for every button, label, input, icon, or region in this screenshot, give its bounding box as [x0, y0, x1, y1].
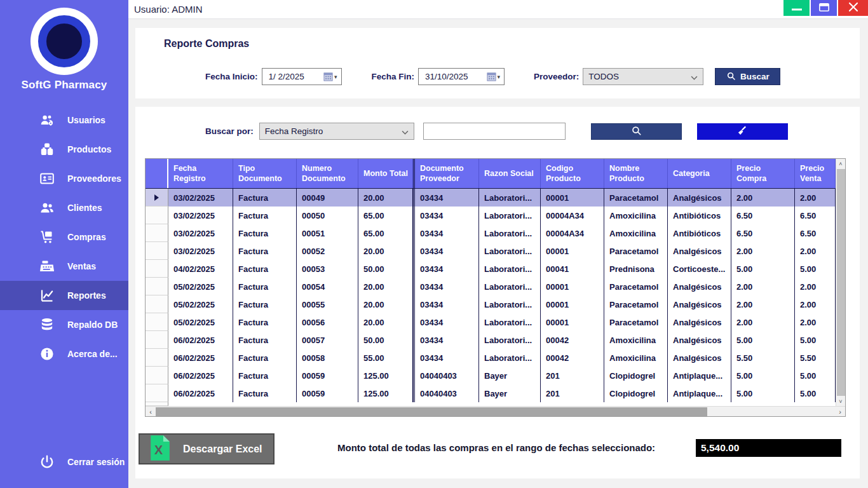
table-cell[interactable]: 2.00 [731, 242, 795, 260]
table-cell[interactable]: Clopidogrel [604, 384, 668, 402]
table-cell[interactable]: Factura [233, 295, 297, 313]
table-cell[interactable]: 00004A34 [541, 207, 604, 224]
table-cell[interactable]: 03/02/2025 [168, 207, 233, 224]
table-cell[interactable]: 00049 [297, 189, 358, 207]
table-cell[interactable]: 00059 [297, 384, 358, 402]
search-button[interactable] [591, 123, 682, 140]
table-cell[interactable]: Laboratori... [479, 278, 541, 295]
table-cell[interactable]: Factura [233, 260, 297, 278]
table-cell[interactable]: 2.00 [731, 295, 795, 313]
table-cell[interactable]: 6.50 [731, 224, 795, 242]
table-cell[interactable]: 20.00 [358, 295, 413, 313]
table-cell[interactable]: Amoxicilina [604, 224, 668, 242]
row-selector[interactable] [146, 242, 168, 260]
table-cell[interactable]: Bayer [479, 367, 541, 384]
sidebar-item-reportes[interactable]: Reportes [0, 281, 128, 310]
table-cell[interactable]: 2.00 [731, 278, 795, 295]
table-row[interactable]: 03/02/2025Factura0005065.0003434Laborato… [146, 207, 836, 224]
table-cell[interactable]: Factura [233, 349, 297, 367]
horizontal-scroll-thumb[interactable] [156, 407, 707, 416]
table-cell[interactable]: Antibióticos [668, 207, 731, 224]
table-cell[interactable]: Antibióticos [668, 224, 731, 242]
table-cell[interactable]: 00042 [541, 349, 604, 367]
column-header[interactable]: Precio Compra [731, 159, 795, 188]
table-cell[interactable]: 55.00 [358, 349, 413, 367]
buscar-por-select[interactable]: Fecha Registro [259, 123, 414, 140]
table-cell[interactable]: 03434 [413, 278, 479, 295]
table-cell[interactable]: 06/02/2025 [168, 349, 233, 367]
table-row[interactable]: 05/02/2025Factura0005620.0003434Laborato… [146, 313, 836, 331]
close-button[interactable] [838, 0, 868, 16]
table-cell[interactable]: Laboratori... [479, 207, 541, 224]
sidebar-item-productos[interactable]: Productos [0, 135, 128, 164]
row-selector[interactable] [146, 349, 168, 367]
table-cell[interactable]: 5.00 [731, 367, 795, 384]
table-cell[interactable]: Amoxicilina [604, 349, 668, 367]
table-cell[interactable]: 00053 [297, 260, 358, 278]
table-cell[interactable]: 04040403 [413, 384, 479, 402]
table-cell[interactable]: 03434 [413, 260, 479, 278]
buscar-button[interactable]: Buscar [715, 68, 780, 85]
table-cell[interactable]: Laboratori... [479, 260, 541, 278]
scroll-up-icon[interactable]: ˄ [836, 159, 846, 168]
table-cell[interactable]: 50.00 [358, 260, 413, 278]
table-cell[interactable]: 5.50 [795, 349, 836, 367]
table-cell[interactable]: 125.00 [358, 367, 413, 384]
table-row[interactable]: 03/02/2025Factura0005165.0003434Laborato… [146, 224, 836, 242]
table-cell[interactable]: 5.00 [795, 367, 836, 384]
table-cell[interactable]: 2.00 [795, 295, 836, 313]
table-cell[interactable]: 5.00 [795, 260, 836, 278]
table-cell[interactable]: Factura [233, 384, 297, 402]
row-selector[interactable] [146, 295, 168, 313]
table-cell[interactable]: Antiplaque... [668, 367, 731, 384]
table-cell[interactable]: 04040403 [413, 367, 479, 384]
table-cell[interactable]: Analgésicos [668, 349, 731, 367]
table-cell[interactable]: Analgésicos [668, 189, 731, 207]
fecha-inicio-datepicker[interactable]: 1/ 2/2025 ▾ [262, 68, 342, 85]
row-selector[interactable] [146, 189, 168, 207]
column-header[interactable]: Monto Total [358, 159, 413, 188]
column-header[interactable]: Tipo Documento [233, 159, 297, 188]
table-cell[interactable]: 65.00 [358, 207, 413, 224]
table-cell[interactable]: Corticoeste... [668, 260, 731, 278]
table-cell[interactable]: 00058 [297, 349, 358, 367]
table-cell[interactable]: 00001 [541, 242, 604, 260]
table-cell[interactable]: 00057 [297, 331, 358, 349]
table-cell[interactable]: 03434 [413, 313, 479, 331]
proveedor-select[interactable]: TODOS [583, 68, 703, 85]
table-row[interactable]: 06/02/2025Factura0005855.0003434Laborato… [146, 349, 836, 367]
table-cell[interactable]: Laboratori... [479, 295, 541, 313]
column-header[interactable]: Documento Proveedor [413, 159, 479, 188]
table-cell[interactable]: Laboratori... [479, 313, 541, 331]
table-cell[interactable]: Factura [233, 207, 297, 224]
scroll-left-icon[interactable]: ‹ [146, 407, 156, 417]
table-cell[interactable]: Amoxicilina [604, 207, 668, 224]
sidebar-item-clientes[interactable]: Clientes [0, 193, 128, 222]
table-row[interactable]: 06/02/2025Factura0005750.0003434Laborato… [146, 331, 836, 349]
table-cell[interactable]: Bayer [479, 384, 541, 402]
table-cell[interactable]: Laboratori... [479, 189, 541, 207]
table-cell[interactable]: 03/02/2025 [168, 242, 233, 260]
row-selector[interactable] [146, 384, 168, 402]
table-cell[interactable]: 00001 [541, 278, 604, 295]
row-selector[interactable] [146, 224, 168, 242]
table-cell[interactable]: 06/02/2025 [168, 331, 233, 349]
table-cell[interactable]: 03434 [413, 207, 479, 224]
table-cell[interactable]: Analgésicos [668, 242, 731, 260]
clear-button[interactable] [697, 123, 788, 140]
table-cell[interactable]: 2.00 [795, 242, 836, 260]
sidebar-item-ventas[interactable]: Ventas [0, 252, 128, 281]
table-cell[interactable]: 06/02/2025 [168, 367, 233, 384]
table-cell[interactable]: Prednisona [604, 260, 668, 278]
row-selector[interactable] [146, 331, 168, 349]
table-cell[interactable]: 00001 [541, 313, 604, 331]
table-cell[interactable]: Analgésicos [668, 278, 731, 295]
table-cell[interactable]: 03434 [413, 295, 479, 313]
table-cell[interactable]: Laboratori... [479, 331, 541, 349]
column-header[interactable]: Nombre Producto [604, 159, 668, 188]
search-input[interactable] [423, 123, 566, 140]
table-cell[interactable]: 125.00 [358, 384, 413, 402]
table-row[interactable]: 06/02/2025Factura00059125.0004040403Baye… [146, 367, 836, 384]
table-cell[interactable]: 05/02/2025 [168, 313, 233, 331]
table-cell[interactable]: Clopidogrel [604, 367, 668, 384]
